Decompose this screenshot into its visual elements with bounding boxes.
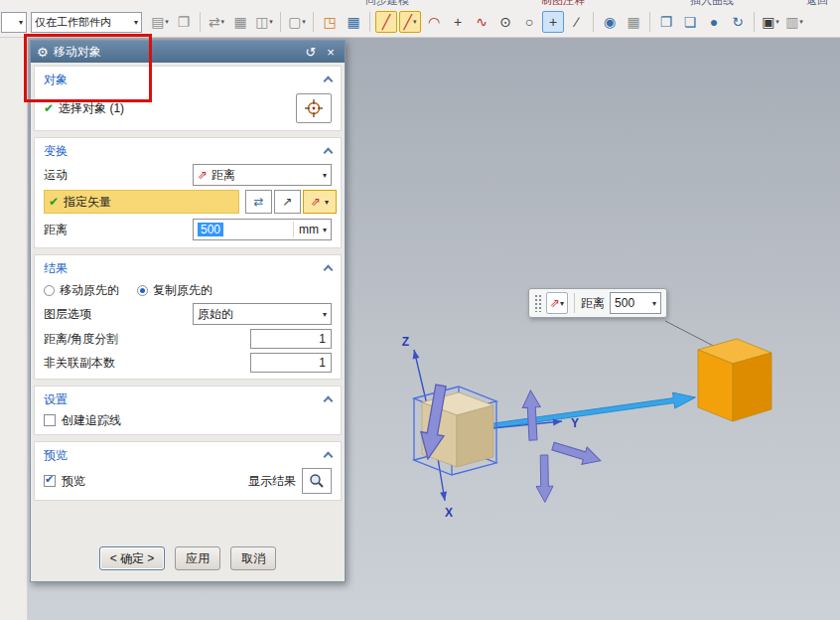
studio-spline-icon[interactable]: ∿ (471, 11, 492, 33)
profile-line-icon[interactable]: ╱ (375, 11, 397, 33)
dropdown-arrow-icon[interactable]: ▾ (560, 299, 564, 308)
copy-original-radio[interactable] (137, 285, 148, 296)
dropdown-arrow-icon[interactable]: ▾ (413, 18, 417, 26)
motion-label: 运动 (44, 167, 68, 184)
select-object-button[interactable] (296, 93, 332, 123)
window-cascade-icon[interactable]: ❐ (655, 11, 677, 33)
mini-distance-value: 500 (615, 296, 652, 310)
pattern-geometry-icon[interactable]: ▦ (343, 11, 364, 33)
copies-input[interactable]: 1 (250, 353, 332, 373)
chevron-up-icon[interactable] (324, 396, 334, 406)
dropdown-arrow-icon[interactable]: ▾ (323, 171, 327, 180)
cylinder-icon[interactable]: ▥▾ (783, 11, 805, 33)
magnifier-icon (309, 473, 325, 489)
layer-option-combo[interactable]: 原始的 ▾ (193, 303, 332, 325)
select-object-label: 选择对象 (1) (59, 100, 124, 117)
copies-label: 非关联副本数 (44, 355, 115, 372)
dropdown-arrow-icon[interactable]: ▾ (323, 226, 327, 234)
reset-icon[interactable]: ↺ (303, 45, 319, 60)
exploded-view-icon-glyph: ▢ (288, 15, 301, 29)
distance-input[interactable]: 500 mm ▾ (193, 219, 332, 240)
selection-scope-combo[interactable]: 仅在工作部件内 ▾ (31, 12, 142, 33)
toolbar-separator (593, 12, 594, 32)
chevron-up-icon[interactable] (324, 77, 334, 86)
mirror-assembly-icon[interactable]: ◫▾ (253, 11, 275, 33)
dropdown-arrow-icon[interactable]: ▾ (652, 299, 656, 308)
two-point-vector-button[interactable]: ⇄ (245, 190, 272, 214)
datum-csys-icon[interactable]: ◳ (319, 11, 341, 33)
toolbar-separator (754, 12, 755, 32)
settings-section-header[interactable]: 设置 (35, 388, 341, 410)
object-group: 对象 ✔ 选择对象 (1) (34, 66, 342, 131)
close-icon[interactable]: × (323, 45, 339, 60)
inferred-vector-button[interactable]: ↗ (274, 190, 301, 214)
dropdown-arrow-icon[interactable]: ▾ (325, 198, 329, 207)
distance-label: 距离 (44, 222, 68, 238)
handle-arrow-up-icon[interactable] (521, 390, 542, 441)
sphere-icon-glyph: ● (710, 15, 718, 29)
part-table-icon[interactable]: ▦ (623, 11, 644, 33)
dropdown-arrow-icon[interactable]: ▾ (775, 18, 779, 26)
snap-point-icon[interactable]: ◉ (599, 11, 621, 33)
specify-vector-field[interactable]: ✔ 指定矢量 (44, 190, 239, 214)
motion-combo[interactable]: ⇗ 距离 ▾ (193, 164, 332, 186)
dropdown-arrow-icon[interactable]: ▾ (323, 310, 327, 319)
show-result-button[interactable] (302, 468, 332, 494)
transform-section-header[interactable]: 变换 (35, 140, 341, 162)
result-section-header[interactable]: 结果 (35, 257, 341, 279)
handle-arrow-down2-icon[interactable] (535, 455, 553, 503)
dialog-header[interactable]: ⚙ 移动对象 ↺ × (31, 41, 345, 63)
move-original-label: 移动原先的 (60, 282, 119, 299)
handle-arrow-right-icon[interactable] (550, 437, 603, 469)
window-tile-icon-glyph: ❏ (684, 15, 697, 29)
point-icon-glyph: + (454, 15, 462, 29)
chevron-up-icon[interactable] (324, 148, 334, 158)
copy-display-icon[interactable]: ❐ (173, 11, 195, 33)
copy-display-icon-glyph: ❐ (178, 15, 191, 29)
cancel-button[interactable]: 取消 (230, 546, 276, 570)
window-tile-icon[interactable]: ❏ (679, 11, 701, 33)
preview-checkbox[interactable] (44, 475, 56, 487)
mini-toolbar-grip[interactable] (534, 294, 541, 312)
preview-section-header[interactable]: 预览 (35, 444, 341, 466)
division-label: 距离/角度分割 (44, 331, 118, 348)
object-section-header[interactable]: 对象 (35, 69, 341, 90)
dropdown-arrow-icon[interactable]: ▾ (165, 18, 169, 26)
point-icon[interactable]: + (447, 11, 469, 33)
exploded-view-icon[interactable]: ▢▾ (286, 11, 308, 33)
ellipse-icon[interactable]: ○ (518, 11, 540, 33)
vector-dialog-button[interactable]: ⇗ ▾ (303, 190, 337, 214)
dialog-title: 移动对象 (54, 44, 299, 61)
mini-distance-combo[interactable]: 500 ▾ (610, 292, 661, 314)
result-group: 结果 移动原先的 复制原先的 图层选项 原始的 ▾ (34, 254, 342, 380)
copied-cube[interactable] (698, 339, 771, 421)
plus-snap-icon[interactable]: + (542, 11, 564, 33)
section-view-icon[interactable]: ▣▾ (760, 11, 781, 33)
chevron-up-icon[interactable] (324, 452, 334, 462)
toolbar-icons: ▤▾❐⇄▾▦◫▾▢▾◳▦╱╱▾◠+∿⊙○+∕◉▦❐❏●↻▣▾▥▾ (148, 11, 806, 33)
division-input[interactable]: 1 (250, 329, 332, 349)
copies-value: 1 (319, 356, 326, 370)
line-icon[interactable]: ╱▾ (399, 11, 421, 33)
move-original-radio[interactable] (44, 285, 55, 296)
mini-dropdown[interactable]: ▾ (1, 12, 27, 33)
chevron-up-icon[interactable] (324, 265, 334, 275)
move-component-icon[interactable]: ⇄▾ (206, 11, 227, 33)
vector-type-button[interactable]: ⇗ ▾ (546, 292, 568, 314)
ok-button[interactable]: < 确定 > (99, 546, 166, 570)
dropdown-arrow-icon[interactable]: ▾ (221, 18, 225, 26)
tracking-line-checkbox[interactable] (44, 414, 56, 426)
rotate-view-icon[interactable]: ↻ (727, 11, 749, 33)
sphere-icon[interactable]: ● (703, 11, 725, 33)
paste-special-icon[interactable]: ▤▾ (149, 11, 171, 33)
line-segment-icon[interactable]: ∕ (566, 11, 588, 33)
pattern-component-icon[interactable]: ▦ (229, 11, 251, 33)
dropdown-arrow-icon[interactable]: ▾ (302, 18, 306, 26)
gear-icon[interactable]: ⚙ (37, 45, 49, 60)
circle-icon[interactable]: ⊙ (494, 11, 516, 33)
apply-button[interactable]: 应用 (175, 546, 220, 570)
dropdown-arrow-icon[interactable]: ▾ (269, 18, 273, 26)
settings-header-label: 设置 (44, 391, 325, 408)
arc-icon[interactable]: ◠ (423, 11, 445, 33)
dropdown-arrow-icon[interactable]: ▾ (799, 18, 803, 26)
